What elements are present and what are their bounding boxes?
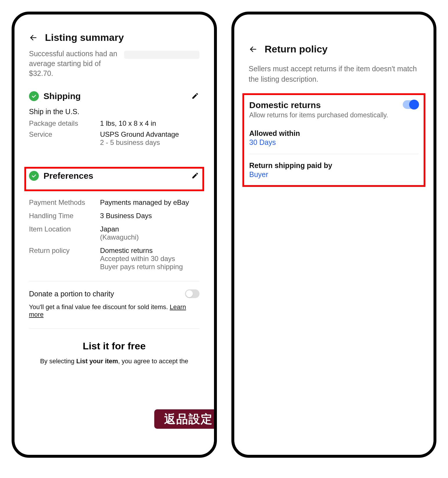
header: Listing summary xyxy=(29,32,199,43)
agree-text: By selecting List your item, you agree t… xyxy=(29,357,199,366)
page-title: Return policy xyxy=(265,43,328,55)
back-arrow-icon[interactable] xyxy=(249,45,257,54)
item-location-value: Japan (Kawaguchi) xyxy=(100,225,139,241)
preferences-heading: Preferences xyxy=(43,171,187,181)
divider xyxy=(29,281,199,281)
item-location-label: Item Location xyxy=(29,225,100,241)
phone-side-button xyxy=(231,81,233,98)
return-shipping-paid-value[interactable]: Buyer xyxy=(249,170,419,179)
payment-methods-value: Payments managed by eBay xyxy=(100,198,189,207)
handling-time-label: Handling Time xyxy=(29,212,100,220)
domestic-returns-toggle[interactable] xyxy=(403,100,418,109)
allowed-within-label: Allowed within xyxy=(249,129,419,138)
package-details-value: 1 lbs, 10 x 8 x 4 in xyxy=(100,119,156,127)
phone-side-button xyxy=(12,81,13,98)
domestic-returns-subtext: Allow returns for items purchased domest… xyxy=(249,111,419,119)
phone-side-button xyxy=(231,130,233,162)
back-arrow-icon[interactable] xyxy=(29,33,38,42)
phone-side-button xyxy=(12,171,13,203)
divider xyxy=(249,154,419,154)
allowed-within-value[interactable]: 30 Days xyxy=(249,138,419,147)
payment-methods-label: Payment Methods xyxy=(29,198,100,207)
header: Return policy xyxy=(249,43,419,55)
domestic-returns-title: Domestic returns xyxy=(249,100,321,110)
domestic-returns-highlight-box: Domestic returns Allow returns for items… xyxy=(242,93,426,187)
annotation-badge: 返品設定 xyxy=(154,409,214,429)
package-details-label: Package details xyxy=(29,119,100,127)
edit-shipping-button[interactable] xyxy=(191,92,199,100)
service-value: USPS Ground Advantage 2 - 5 business day… xyxy=(100,130,179,147)
divider xyxy=(29,329,199,329)
ship-region: Ship in the U.S. xyxy=(29,107,199,116)
preferences-highlight-box: Preferences xyxy=(24,167,204,191)
list-free-heading: List it for free xyxy=(29,340,199,352)
shipping-heading: Shipping xyxy=(43,91,187,101)
charity-label: Donate a portion to charity xyxy=(29,290,114,298)
shipping-section: Shipping Ship in the U.S. Package detail… xyxy=(29,91,199,147)
check-circle-icon xyxy=(29,91,39,101)
charity-note: You'll get a final value fee discount fo… xyxy=(29,303,199,318)
edit-preferences-button[interactable] xyxy=(191,172,199,180)
return-policy-value: Domestic returns Accepted within 30 days… xyxy=(100,247,183,271)
auction-subtext: Successful auctions had an average start… xyxy=(29,49,122,78)
policy-note: Sellers must accept returns if the item … xyxy=(249,63,419,85)
return-policy-label: Return policy xyxy=(29,247,100,271)
left-phone-frame: Listing summary Successful auctions had … xyxy=(12,12,217,458)
handling-time-value: 3 Business Days xyxy=(100,212,152,220)
return-shipping-paid-label: Return shipping paid by xyxy=(249,161,419,170)
service-label: Service xyxy=(29,130,100,147)
right-phone-frame: Return policy Sellers must accept return… xyxy=(231,12,437,458)
phone-side-button xyxy=(12,130,13,162)
page-title: Listing summary xyxy=(45,32,124,43)
check-circle-icon xyxy=(29,171,39,181)
charity-toggle[interactable] xyxy=(185,289,199,298)
redacted-block xyxy=(124,51,199,59)
phone-side-button xyxy=(231,171,233,203)
